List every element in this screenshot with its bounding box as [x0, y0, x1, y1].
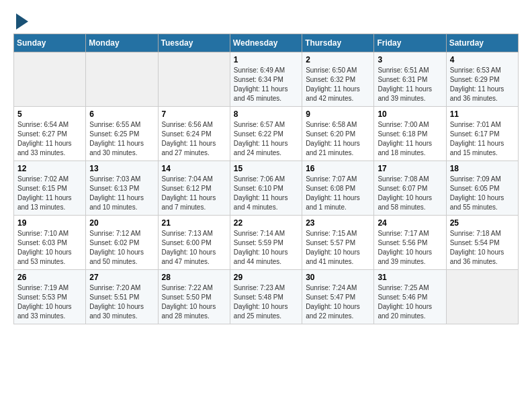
day-info: Sunrise: 7:09 AM Sunset: 6:05 PM Dayligh… [450, 175, 515, 212]
day-info: Sunrise: 7:23 AM Sunset: 5:48 PM Dayligh… [234, 283, 298, 321]
calendar-cell: 2Sunrise: 6:50 AM Sunset: 6:32 PM Daylig… [302, 52, 374, 107]
calendar-cell [446, 270, 518, 324]
day-number: 27 [89, 273, 154, 282]
header-sunday: Sunday [14, 34, 86, 52]
day-number: 25 [450, 218, 515, 228]
day-info: Sunrise: 6:49 AM Sunset: 6:34 PM Dayligh… [234, 66, 298, 103]
day-info: Sunrise: 7:15 AM Sunset: 5:57 PM Dayligh… [306, 229, 370, 267]
day-number: 17 [378, 164, 442, 173]
calendar-cell: 14Sunrise: 7:04 AM Sunset: 6:12 PM Dayli… [158, 161, 230, 216]
day-number: 20 [89, 218, 154, 228]
day-number: 24 [378, 218, 442, 228]
day-number: 13 [89, 164, 154, 173]
day-info: Sunrise: 6:58 AM Sunset: 6:20 PM Dayligh… [306, 120, 370, 158]
day-info: Sunrise: 6:56 AM Sunset: 6:24 PM Dayligh… [162, 120, 226, 158]
page-header [13, 13, 519, 27]
day-number: 28 [162, 273, 226, 282]
day-number: 18 [450, 164, 515, 173]
day-info: Sunrise: 7:20 AM Sunset: 5:51 PM Dayligh… [89, 283, 154, 321]
day-info: Sunrise: 7:03 AM Sunset: 6:13 PM Dayligh… [89, 175, 154, 212]
calendar-cell: 19Sunrise: 7:10 AM Sunset: 6:03 PM Dayli… [14, 216, 86, 270]
calendar-cell: 16Sunrise: 7:07 AM Sunset: 6:08 PM Dayli… [302, 161, 374, 216]
day-number: 29 [234, 273, 298, 282]
day-number: 6 [89, 109, 154, 119]
day-number: 3 [378, 55, 442, 64]
header-wednesday: Wednesday [230, 34, 302, 52]
calendar-cell: 24Sunrise: 7:17 AM Sunset: 5:56 PM Dayli… [374, 216, 446, 270]
day-info: Sunrise: 7:06 AM Sunset: 6:10 PM Dayligh… [234, 175, 298, 212]
calendar-cell: 7Sunrise: 6:56 AM Sunset: 6:24 PM Daylig… [158, 107, 230, 161]
day-number: 26 [17, 273, 82, 282]
calendar-cell: 12Sunrise: 7:02 AM Sunset: 6:15 PM Dayli… [14, 161, 86, 216]
day-info: Sunrise: 7:00 AM Sunset: 6:18 PM Dayligh… [378, 120, 442, 158]
day-info: Sunrise: 7:19 AM Sunset: 5:53 PM Dayligh… [17, 283, 82, 321]
calendar-cell: 17Sunrise: 7:08 AM Sunset: 6:07 PM Dayli… [374, 161, 446, 216]
header-saturday: Saturday [446, 34, 518, 52]
day-number: 11 [450, 109, 515, 119]
day-number: 4 [450, 55, 515, 64]
calendar-cell: 5Sunrise: 6:54 AM Sunset: 6:27 PM Daylig… [14, 107, 86, 161]
calendar-week-1: 1Sunrise: 6:49 AM Sunset: 6:34 PM Daylig… [14, 52, 519, 107]
header-monday: Monday [86, 34, 158, 52]
day-info: Sunrise: 7:10 AM Sunset: 6:03 PM Dayligh… [17, 229, 82, 267]
day-info: Sunrise: 6:55 AM Sunset: 6:25 PM Dayligh… [89, 120, 154, 158]
calendar-cell: 15Sunrise: 7:06 AM Sunset: 6:10 PM Dayli… [230, 161, 302, 216]
calendar-cell: 30Sunrise: 7:24 AM Sunset: 5:47 PM Dayli… [302, 270, 374, 324]
day-number: 10 [378, 109, 442, 119]
calendar-cell: 9Sunrise: 6:58 AM Sunset: 6:20 PM Daylig… [302, 107, 374, 161]
calendar-cell: 31Sunrise: 7:25 AM Sunset: 5:46 PM Dayli… [374, 270, 446, 324]
day-number: 14 [162, 164, 226, 173]
day-number: 21 [162, 218, 226, 228]
day-info: Sunrise: 6:54 AM Sunset: 6:27 PM Dayligh… [17, 120, 82, 158]
calendar-cell: 21Sunrise: 7:13 AM Sunset: 6:00 PM Dayli… [158, 216, 230, 270]
calendar-cell: 1Sunrise: 6:49 AM Sunset: 6:34 PM Daylig… [230, 52, 302, 107]
calendar-cell: 23Sunrise: 7:15 AM Sunset: 5:57 PM Dayli… [302, 216, 374, 270]
day-number: 12 [17, 164, 82, 173]
calendar-week-3: 12Sunrise: 7:02 AM Sunset: 6:15 PM Dayli… [14, 161, 519, 216]
day-number: 30 [306, 273, 370, 282]
day-info: Sunrise: 6:53 AM Sunset: 6:29 PM Dayligh… [450, 66, 515, 103]
day-info: Sunrise: 7:08 AM Sunset: 6:07 PM Dayligh… [378, 175, 442, 212]
calendar-cell [158, 52, 230, 107]
calendar-week-2: 5Sunrise: 6:54 AM Sunset: 6:27 PM Daylig… [14, 107, 519, 161]
calendar-table: SundayMondayTuesdayWednesdayThursdayFrid… [13, 34, 519, 324]
calendar-cell: 6Sunrise: 6:55 AM Sunset: 6:25 PM Daylig… [86, 107, 158, 161]
day-number: 22 [234, 218, 298, 228]
day-info: Sunrise: 7:22 AM Sunset: 5:50 PM Dayligh… [162, 283, 226, 321]
day-info: Sunrise: 7:24 AM Sunset: 5:47 PM Dayligh… [306, 283, 370, 321]
header-thursday: Thursday [302, 34, 374, 52]
day-info: Sunrise: 7:04 AM Sunset: 6:12 PM Dayligh… [162, 175, 226, 212]
calendar-cell [86, 52, 158, 107]
day-info: Sunrise: 7:12 AM Sunset: 6:02 PM Dayligh… [89, 229, 154, 267]
calendar-week-5: 26Sunrise: 7:19 AM Sunset: 5:53 PM Dayli… [14, 270, 519, 324]
day-info: Sunrise: 7:01 AM Sunset: 6:17 PM Dayligh… [450, 120, 515, 158]
header-tuesday: Tuesday [158, 34, 230, 52]
calendar-cell: 20Sunrise: 7:12 AM Sunset: 6:02 PM Dayli… [86, 216, 158, 270]
calendar-cell: 8Sunrise: 6:57 AM Sunset: 6:22 PM Daylig… [230, 107, 302, 161]
calendar-header-row: SundayMondayTuesdayWednesdayThursdayFrid… [14, 34, 519, 52]
day-info: Sunrise: 7:25 AM Sunset: 5:46 PM Dayligh… [378, 283, 442, 321]
calendar-cell: 10Sunrise: 7:00 AM Sunset: 6:18 PM Dayli… [374, 107, 446, 161]
day-number: 8 [234, 109, 298, 119]
calendar-cell: 13Sunrise: 7:03 AM Sunset: 6:13 PM Dayli… [86, 161, 158, 216]
day-info: Sunrise: 6:57 AM Sunset: 6:22 PM Dayligh… [234, 120, 298, 158]
header-friday: Friday [374, 34, 446, 52]
day-info: Sunrise: 7:13 AM Sunset: 6:00 PM Dayligh… [162, 229, 226, 267]
day-info: Sunrise: 6:51 AM Sunset: 6:31 PM Dayligh… [378, 66, 442, 103]
day-number: 9 [306, 109, 370, 119]
day-number: 23 [306, 218, 370, 228]
day-info: Sunrise: 7:07 AM Sunset: 6:08 PM Dayligh… [306, 175, 370, 212]
calendar-cell [14, 52, 86, 107]
calendar-cell: 26Sunrise: 7:19 AM Sunset: 5:53 PM Dayli… [14, 270, 86, 324]
day-info: Sunrise: 7:17 AM Sunset: 5:56 PM Dayligh… [378, 229, 442, 267]
day-number: 19 [17, 218, 82, 228]
day-info: Sunrise: 7:18 AM Sunset: 5:54 PM Dayligh… [450, 229, 515, 267]
day-number: 31 [378, 273, 442, 282]
calendar-cell: 11Sunrise: 7:01 AM Sunset: 6:17 PM Dayli… [446, 107, 518, 161]
day-number: 2 [306, 55, 370, 64]
calendar-cell: 25Sunrise: 7:18 AM Sunset: 5:54 PM Dayli… [446, 216, 518, 270]
logo [13, 13, 28, 27]
day-number: 16 [306, 164, 370, 173]
day-number: 15 [234, 164, 298, 173]
calendar-cell: 27Sunrise: 7:20 AM Sunset: 5:51 PM Dayli… [86, 270, 158, 324]
